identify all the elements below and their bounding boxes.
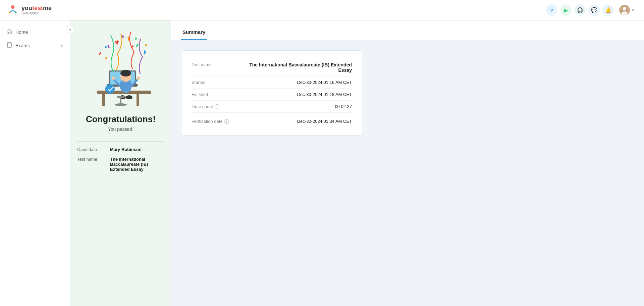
svg-point-5 <box>622 11 628 15</box>
avatar <box>619 5 630 15</box>
celebration-illustration <box>77 27 164 111</box>
card-started-label: Started <box>192 80 206 85</box>
exams-icon <box>7 42 12 49</box>
bell-button[interactable]: 🔔 <box>602 4 614 16</box>
svg-point-18 <box>120 70 131 76</box>
summary-header: Summary <box>171 20 644 40</box>
candidate-value: Mary Robinson <box>110 147 164 152</box>
svg-rect-33 <box>144 50 146 55</box>
topbar: youtestme GetCertified ? ▶ 🎧 💬 🔔 <box>0 0 644 20</box>
sidebar: « Home Exams <box>0 20 70 306</box>
topbar-icons: ? ▶ 🎧 💬 🔔 ▼ <box>546 3 637 17</box>
card-verification-label: Verification date i <box>192 119 229 124</box>
logo-me: me <box>43 5 52 11</box>
card-test-name-value: The International Baccalaureate (IB) Ext… <box>245 62 352 73</box>
bell-icon: 🔔 <box>605 7 611 13</box>
card-finished-row: Finished Dec-30-2024 01:18 AM CET <box>192 89 352 101</box>
svg-rect-25 <box>117 96 125 98</box>
summary-tab[interactable]: Summary <box>181 25 207 40</box>
sidebar-nav: Home Exams ▼ <box>0 20 70 58</box>
test-name-value: The International Baccalaureate (IB) Ext… <box>110 157 164 172</box>
svg-point-21 <box>112 76 115 80</box>
card-started-value: Dec-30-2024 01:16 AM CET <box>297 80 352 85</box>
card-finished-value: Dec-30-2024 01:18 AM CET <box>297 92 352 97</box>
card-test-name-row: Test name The International Baccalaureat… <box>192 59 352 76</box>
svg-point-36 <box>135 38 137 40</box>
user-dropdown-arrow: ▼ <box>631 8 635 12</box>
svg-rect-11 <box>102 94 105 106</box>
sidebar-exams-label: Exams <box>15 43 57 48</box>
card-test-name-label: Test name <box>192 62 212 67</box>
test-name-row: Test name: The International Baccalaurea… <box>77 157 164 172</box>
svg-point-2 <box>15 12 16 13</box>
card-time-spent-label: Time spent i <box>192 104 219 109</box>
home-icon <box>7 29 12 36</box>
congrats-subtitle: You passed! <box>108 126 134 132</box>
candidate-row: Candidate: Mary Robinson <box>77 147 164 152</box>
time-spent-info-icon[interactable]: i <box>215 104 219 109</box>
svg-point-28 <box>105 84 115 94</box>
chat-button[interactable]: 💬 <box>588 4 600 16</box>
user-menu-button[interactable]: ▼ <box>616 3 637 17</box>
content-area: Congratulations! You passed! Candidate: … <box>70 20 644 306</box>
sidebar-collapse-button[interactable]: « <box>66 26 74 34</box>
exams-dropdown-arrow: ▼ <box>60 44 63 48</box>
summary-card: Test name The International Baccalaureat… <box>181 50 362 136</box>
svg-point-38 <box>105 46 107 48</box>
left-panel: Congratulations! You passed! Candidate: … <box>70 20 171 306</box>
main-layout: « Home Exams <box>0 20 644 306</box>
candidate-label: Candidate: <box>77 147 107 152</box>
svg-rect-12 <box>137 94 139 106</box>
svg-rect-41 <box>105 57 107 59</box>
headset-icon: 🎧 <box>577 7 583 13</box>
logo-tagline: GetCertified <box>21 11 52 15</box>
svg-point-37 <box>145 44 147 46</box>
congrats-divider <box>77 141 164 142</box>
svg-point-1 <box>9 12 10 13</box>
svg-rect-32 <box>107 45 110 49</box>
sidebar-item-exams[interactable]: Exams ▼ <box>0 39 70 52</box>
chat-icon: 💬 <box>591 7 597 13</box>
help-icon: ? <box>550 7 553 13</box>
svg-point-27 <box>115 103 127 106</box>
card-time-spent-value: 00:02:27 <box>335 104 352 109</box>
headset-button[interactable]: 🎧 <box>574 4 586 16</box>
verification-info-icon[interactable]: i <box>224 119 229 124</box>
card-verification-value: Dec-30-2024 01:34 AM CET <box>297 119 352 124</box>
logo-icon <box>7 4 19 16</box>
right-panel: Summary Test name The International Bacc… <box>171 20 644 306</box>
card-verification-row: Verification date i Dec-30-2024 01:34 AM… <box>192 115 352 127</box>
svg-point-24 <box>126 95 132 99</box>
test-name-label: Test name: <box>77 157 107 162</box>
card-started-row: Started Dec-30-2024 01:16 AM CET <box>192 76 352 89</box>
sidebar-home-label: Home <box>15 30 63 35</box>
logo-you: you <box>21 5 32 11</box>
summary-content: Test name The International Baccalaureat… <box>171 40 644 146</box>
sidebar-item-home[interactable]: Home <box>0 26 70 39</box>
card-spacer <box>192 113 352 115</box>
svg-rect-31 <box>136 44 139 47</box>
help-button[interactable]: ? <box>546 4 557 16</box>
svg-point-0 <box>11 5 15 9</box>
card-time-spent-row: Time spent i 00:02:27 <box>192 101 352 113</box>
svg-point-22 <box>137 76 140 80</box>
congrats-title: Congratulations! <box>86 114 156 124</box>
play-icon: ▶ <box>564 7 568 13</box>
svg-rect-34 <box>99 52 102 55</box>
logo-text: youtestme GetCertified <box>21 5 52 15</box>
card-finished-label: Finished <box>192 92 208 97</box>
svg-point-4 <box>623 7 626 10</box>
svg-point-35 <box>115 41 117 43</box>
play-button[interactable]: ▶ <box>560 4 572 16</box>
logo-area: youtestme GetCertified <box>7 4 52 16</box>
logo-test: test <box>32 5 43 11</box>
